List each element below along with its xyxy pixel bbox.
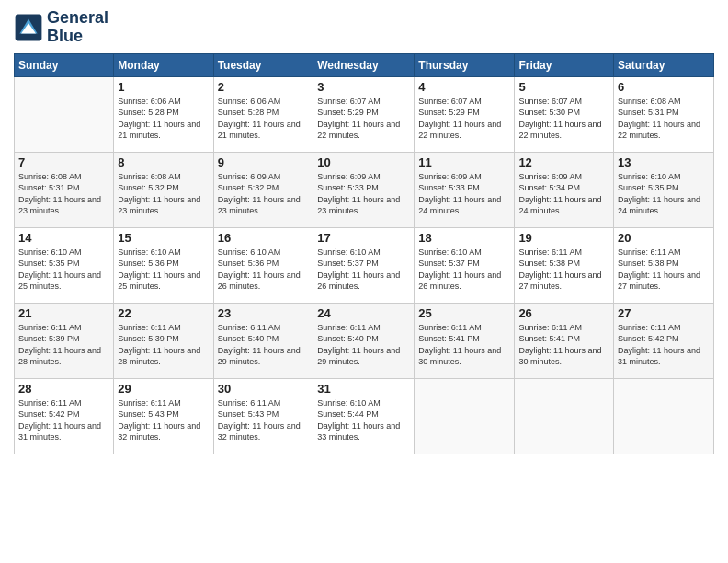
calendar-cell — [515, 378, 614, 454]
day-info: Sunrise: 6:08 AMSunset: 5:32 PMDaylight:… — [118, 171, 209, 217]
day-number: 28 — [18, 382, 109, 396]
calendar-cell: 4Sunrise: 6:07 AMSunset: 5:29 PMDaylight… — [415, 76, 515, 152]
calendar-cell: 10Sunrise: 6:09 AMSunset: 5:33 PMDayligh… — [313, 152, 415, 227]
calendar-table: SundayMondayTuesdayWednesdayThursdayFrid… — [14, 53, 714, 454]
calendar-cell: 25Sunrise: 6:11 AMSunset: 5:41 PMDayligh… — [415, 303, 515, 378]
day-info: Sunrise: 6:10 AMSunset: 5:37 PMDaylight:… — [418, 247, 510, 293]
day-info: Sunrise: 6:11 AMSunset: 5:39 PMDaylight:… — [18, 322, 109, 368]
day-number: 29 — [118, 382, 209, 396]
calendar-cell — [614, 378, 714, 454]
weekday-header: Saturday — [614, 53, 714, 76]
day-number: 19 — [518, 231, 609, 245]
logo: General Blue — [14, 9, 108, 46]
day-number: 3 — [317, 80, 410, 94]
day-info: Sunrise: 6:07 AMSunset: 5:30 PMDaylight:… — [518, 96, 609, 142]
calendar-cell: 8Sunrise: 6:08 AMSunset: 5:32 PMDaylight… — [114, 152, 213, 227]
calendar-cell — [415, 378, 515, 454]
day-info: Sunrise: 6:11 AMSunset: 5:41 PMDaylight:… — [518, 322, 609, 368]
calendar-week-row: 21Sunrise: 6:11 AMSunset: 5:39 PMDayligh… — [15, 303, 714, 378]
day-info: Sunrise: 6:11 AMSunset: 5:43 PMDaylight:… — [118, 397, 209, 443]
day-info: Sunrise: 6:08 AMSunset: 5:31 PMDaylight:… — [18, 171, 109, 217]
calendar-cell: 19Sunrise: 6:11 AMSunset: 5:38 PMDayligh… — [515, 227, 614, 303]
day-info: Sunrise: 6:09 AMSunset: 5:32 PMDaylight:… — [218, 171, 310, 217]
header-row: SundayMondayTuesdayWednesdayThursdayFrid… — [15, 53, 714, 76]
calendar-cell: 12Sunrise: 6:09 AMSunset: 5:34 PMDayligh… — [515, 152, 614, 227]
day-info: Sunrise: 6:10 AMSunset: 5:35 PMDaylight:… — [18, 247, 109, 293]
calendar-week-row: 1Sunrise: 6:06 AMSunset: 5:28 PMDaylight… — [15, 76, 714, 152]
weekday-header: Monday — [114, 53, 213, 76]
day-info: Sunrise: 6:07 AMSunset: 5:29 PMDaylight:… — [418, 96, 510, 142]
calendar-week-row: 14Sunrise: 6:10 AMSunset: 5:35 PMDayligh… — [15, 227, 714, 303]
day-number: 24 — [317, 306, 410, 320]
calendar-cell: 1Sunrise: 6:06 AMSunset: 5:28 PMDaylight… — [114, 76, 213, 152]
calendar-cell: 3Sunrise: 6:07 AMSunset: 5:29 PMDaylight… — [313, 76, 415, 152]
weekday-header: Thursday — [415, 53, 515, 76]
day-info: Sunrise: 6:09 AMSunset: 5:34 PMDaylight:… — [518, 171, 609, 217]
day-number: 5 — [518, 80, 609, 94]
day-info: Sunrise: 6:11 AMSunset: 5:42 PMDaylight:… — [18, 397, 109, 443]
day-number: 6 — [618, 80, 710, 94]
calendar-cell: 26Sunrise: 6:11 AMSunset: 5:41 PMDayligh… — [515, 303, 614, 378]
calendar-cell: 20Sunrise: 6:11 AMSunset: 5:38 PMDayligh… — [614, 227, 714, 303]
calendar-cell: 18Sunrise: 6:10 AMSunset: 5:37 PMDayligh… — [415, 227, 515, 303]
calendar-cell: 31Sunrise: 6:10 AMSunset: 5:44 PMDayligh… — [313, 378, 415, 454]
logo-text: General Blue — [47, 9, 108, 46]
day-info: Sunrise: 6:06 AMSunset: 5:28 PMDaylight:… — [218, 96, 310, 142]
weekday-header: Wednesday — [313, 53, 415, 76]
day-number: 9 — [218, 155, 310, 169]
day-info: Sunrise: 6:10 AMSunset: 5:44 PMDaylight:… — [317, 397, 410, 443]
day-info: Sunrise: 6:10 AMSunset: 5:37 PMDaylight:… — [317, 247, 410, 293]
day-number: 16 — [218, 231, 310, 245]
calendar-cell: 29Sunrise: 6:11 AMSunset: 5:43 PMDayligh… — [114, 378, 213, 454]
day-number: 8 — [118, 155, 209, 169]
day-number: 10 — [317, 155, 410, 169]
calendar-cell: 27Sunrise: 6:11 AMSunset: 5:42 PMDayligh… — [614, 303, 714, 378]
calendar-cell: 15Sunrise: 6:10 AMSunset: 5:36 PMDayligh… — [114, 227, 213, 303]
calendar-cell: 28Sunrise: 6:11 AMSunset: 5:42 PMDayligh… — [15, 378, 114, 454]
day-number: 1 — [118, 80, 209, 94]
header: General Blue — [14, 9, 714, 46]
weekday-header: Friday — [515, 53, 614, 76]
calendar-cell: 17Sunrise: 6:10 AMSunset: 5:37 PMDayligh… — [313, 227, 415, 303]
day-number: 17 — [317, 231, 410, 245]
day-number: 27 — [618, 306, 710, 320]
weekday-header: Tuesday — [213, 53, 313, 76]
weekday-header: Sunday — [15, 53, 114, 76]
day-number: 25 — [418, 306, 510, 320]
calendar-cell: 30Sunrise: 6:11 AMSunset: 5:43 PMDayligh… — [213, 378, 313, 454]
calendar-week-row: 28Sunrise: 6:11 AMSunset: 5:42 PMDayligh… — [15, 378, 714, 454]
day-info: Sunrise: 6:11 AMSunset: 5:42 PMDaylight:… — [618, 322, 710, 368]
day-number: 2 — [218, 80, 310, 94]
day-number: 22 — [118, 306, 209, 320]
day-info: Sunrise: 6:11 AMSunset: 5:39 PMDaylight:… — [118, 322, 209, 368]
calendar-cell — [15, 76, 114, 152]
day-info: Sunrise: 6:11 AMSunset: 5:38 PMDaylight:… — [518, 247, 609, 293]
calendar-cell: 14Sunrise: 6:10 AMSunset: 5:35 PMDayligh… — [15, 227, 114, 303]
day-info: Sunrise: 6:11 AMSunset: 5:41 PMDaylight:… — [418, 322, 510, 368]
day-number: 21 — [18, 306, 109, 320]
day-number: 23 — [218, 306, 310, 320]
day-number: 18 — [418, 231, 510, 245]
day-info: Sunrise: 6:07 AMSunset: 5:29 PMDaylight:… — [317, 96, 410, 142]
calendar-cell: 24Sunrise: 6:11 AMSunset: 5:40 PMDayligh… — [313, 303, 415, 378]
page: General Blue SundayMondayTuesdayWednesda… — [0, 0, 728, 563]
day-info: Sunrise: 6:10 AMSunset: 5:36 PMDaylight:… — [118, 247, 209, 293]
day-info: Sunrise: 6:11 AMSunset: 5:40 PMDaylight:… — [218, 322, 310, 368]
day-info: Sunrise: 6:11 AMSunset: 5:38 PMDaylight:… — [618, 247, 710, 293]
calendar-cell: 9Sunrise: 6:09 AMSunset: 5:32 PMDaylight… — [213, 152, 313, 227]
day-number: 30 — [218, 382, 310, 396]
day-number: 4 — [418, 80, 510, 94]
day-number: 31 — [317, 382, 410, 396]
calendar-cell: 16Sunrise: 6:10 AMSunset: 5:36 PMDayligh… — [213, 227, 313, 303]
day-info: Sunrise: 6:10 AMSunset: 5:35 PMDaylight:… — [618, 171, 710, 217]
logo-icon — [14, 13, 43, 42]
calendar-cell: 23Sunrise: 6:11 AMSunset: 5:40 PMDayligh… — [213, 303, 313, 378]
day-info: Sunrise: 6:09 AMSunset: 5:33 PMDaylight:… — [317, 171, 410, 217]
day-number: 7 — [18, 155, 109, 169]
calendar-cell: 11Sunrise: 6:09 AMSunset: 5:33 PMDayligh… — [415, 152, 515, 227]
calendar-cell: 13Sunrise: 6:10 AMSunset: 5:35 PMDayligh… — [614, 152, 714, 227]
calendar-cell: 5Sunrise: 6:07 AMSunset: 5:30 PMDaylight… — [515, 76, 614, 152]
day-number: 12 — [518, 155, 609, 169]
calendar-cell: 22Sunrise: 6:11 AMSunset: 5:39 PMDayligh… — [114, 303, 213, 378]
day-number: 13 — [618, 155, 710, 169]
